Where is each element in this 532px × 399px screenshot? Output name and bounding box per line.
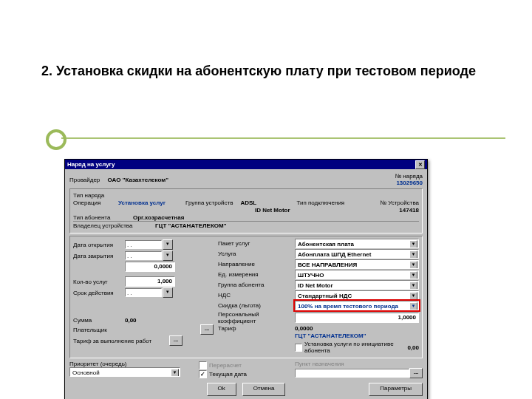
qty-label: Кол-во услуг bbox=[73, 279, 125, 285]
date-close-input[interactable]: . . bbox=[125, 251, 162, 260]
date-open-label: Дата открытия bbox=[73, 242, 125, 248]
vat-dropdown[interactable]: Стандартный НДС bbox=[295, 290, 419, 300]
abon-label: Тип абонента bbox=[73, 214, 129, 221]
conn-value: ID Net Motor bbox=[255, 207, 314, 214]
qty-input[interactable]: 1,000 bbox=[125, 276, 175, 287]
right-pane: Пакет услуг Абонентская плата Услуга Або… bbox=[218, 239, 419, 355]
init-checkbox[interactable] bbox=[295, 344, 302, 352]
disc-label: Скидка (льгота) bbox=[218, 302, 292, 309]
svc-dropdown[interactable]: Абонплата ШПД Ethernet bbox=[295, 249, 419, 259]
curdate-label: Текущая дата bbox=[209, 371, 247, 378]
dialog-title: Наряд на услугу bbox=[67, 160, 115, 169]
order-dialog: Наряд на услугу ✕ Провайдер ОАО "Казахте… bbox=[64, 159, 428, 399]
payer-value: ГЦТ "АСТАНАТЕЛЕКОМ" bbox=[295, 332, 419, 339]
provider-label: Провайдер bbox=[69, 177, 100, 183]
payer-picker-button[interactable]: ... bbox=[200, 324, 214, 335]
cancel-button[interactable]: Отмена bbox=[242, 383, 286, 396]
date-picker-icon[interactable]: ▾ bbox=[163, 239, 173, 250]
slide-bullet-icon bbox=[46, 129, 66, 150]
left-pane: Дата открытия . . ▾ Дата закрытия . . ▾ … bbox=[73, 239, 214, 355]
titlebar: Наряд на услугу ✕ bbox=[65, 160, 427, 169]
dest-label: Пункт назначения bbox=[295, 361, 423, 367]
provider-value: ОАО "Казахтелеком" bbox=[108, 177, 168, 183]
dest-input[interactable] bbox=[295, 369, 409, 378]
work-picker-button[interactable]: ... bbox=[169, 335, 183, 346]
curdate-checkbox[interactable]: ✓ bbox=[199, 370, 207, 378]
dir-dropdown[interactable]: ВСЕ НАПРАВЛЕНИЯ bbox=[295, 259, 419, 269]
prio-dropdown[interactable]: Основной bbox=[69, 367, 180, 377]
owner-value: ГЦТ "АСТАНАТЕЛЕКОМ" bbox=[155, 222, 227, 229]
header-group: Тип наряда Операция Установка услуг Груп… bbox=[69, 188, 423, 233]
sum-label: Сумма bbox=[73, 317, 125, 324]
pkg-dropdown[interactable]: Абонентская плата bbox=[295, 239, 419, 248]
devno-value: 147418 bbox=[399, 207, 419, 214]
conn-label: Тип подключения bbox=[296, 200, 344, 206]
recalc-checkbox[interactable] bbox=[199, 361, 207, 369]
op-value: Установка услуг bbox=[118, 200, 181, 206]
recalc-label: Перерасчет bbox=[209, 362, 242, 369]
sum-value: 0,00 bbox=[125, 317, 137, 324]
slide-title: 2. Установка скидки на абонентскую плату… bbox=[41, 63, 491, 80]
params-button[interactable]: Параметры bbox=[369, 383, 423, 396]
prio-label: Приоритет (очередь) bbox=[69, 361, 199, 367]
date-picker-icon[interactable]: ▾ bbox=[163, 287, 173, 298]
close-icon[interactable]: ✕ bbox=[415, 160, 425, 169]
date-open-input[interactable]: . . bbox=[125, 240, 162, 249]
payer-label: Плательщик bbox=[73, 327, 125, 333]
dir-label: Направление bbox=[218, 261, 292, 267]
vat-label: НДС bbox=[218, 292, 292, 299]
date-close-label: Дата закрытия bbox=[73, 253, 125, 259]
org-value: Орг.хозрасчетная bbox=[133, 214, 184, 221]
ok-button[interactable]: Ok bbox=[207, 383, 236, 396]
devno-label: № Устройства bbox=[380, 200, 419, 206]
tarif-label: Тариф bbox=[218, 325, 292, 332]
grp-value: ADSL bbox=[240, 200, 270, 206]
zero-field[interactable]: 0,0000 bbox=[125, 262, 175, 272]
work-value: 0,00 bbox=[407, 344, 419, 351]
agrp-label: Группа абонента bbox=[218, 282, 292, 288]
main-group: Дата открытия . . ▾ Дата закрытия . . ▾ … bbox=[69, 236, 423, 358]
order-no-value: 13029650 bbox=[395, 180, 423, 186]
unit-dropdown[interactable]: ШТУЧНО bbox=[295, 270, 419, 279]
order-no-label: № наряда bbox=[395, 173, 423, 180]
coef-input[interactable]: 1,0000 bbox=[295, 313, 419, 323]
type-label: Тип наряда bbox=[73, 192, 114, 199]
coef-label: Персональный коэффициент bbox=[218, 311, 292, 324]
op-label: Операция bbox=[73, 200, 114, 206]
dur-input[interactable]: . . bbox=[125, 288, 162, 297]
dur-label: Срок действия bbox=[73, 290, 125, 296]
pkg-label: Пакет услуг bbox=[218, 240, 292, 247]
disc-dropdown[interactable]: 100% на время тестового периода bbox=[295, 301, 419, 310]
agrp-dropdown[interactable]: ID Net Motor bbox=[295, 280, 419, 290]
slide-divider bbox=[61, 137, 505, 139]
unit-label: Ед. измерения bbox=[218, 271, 292, 278]
dest-picker-button[interactable]: ... bbox=[409, 368, 423, 378]
tarif-value: 0,0000 bbox=[295, 325, 419, 332]
grp-label: Группа устройств bbox=[185, 200, 233, 206]
date-picker-icon[interactable]: ▾ bbox=[163, 250, 173, 261]
init-label: Установка услуги по инициативе абонента bbox=[304, 341, 407, 354]
owner-label: Владелец устройства bbox=[73, 222, 151, 229]
svc-label: Услуга bbox=[218, 250, 292, 257]
work-tarif-label: Тариф за выполнение работ bbox=[73, 338, 169, 344]
